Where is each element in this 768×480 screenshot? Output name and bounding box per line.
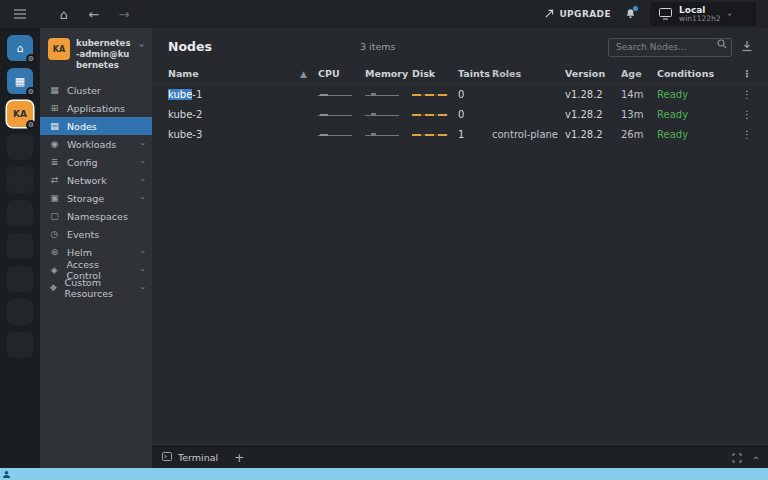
memory-sparkline <box>365 111 403 118</box>
column-version[interactable]: Version <box>565 68 621 79</box>
workloads-icon: ◉ <box>49 140 60 149</box>
table-menu-icon[interactable]: ⋮ <box>740 68 752 79</box>
sidebar: KA kubernetes-admin@kubernetes › ▦ Clust… <box>40 28 152 468</box>
account-avatar: KA <box>48 38 70 60</box>
sidebar-item-label: Storage <box>67 193 104 204</box>
rail-slot <box>7 299 33 325</box>
rail-slot <box>7 332 33 358</box>
column-roles[interactable]: Roles <box>492 68 565 79</box>
taints-cell: 1 <box>458 129 492 140</box>
column-taints[interactable]: Taints <box>458 68 492 79</box>
version-cell: v1.28.2 <box>565 129 621 140</box>
cpu-cell <box>318 129 365 140</box>
terminal-tab-label: Terminal <box>178 452 218 463</box>
download-icon[interactable] <box>742 41 752 52</box>
column-cpu[interactable]: CPU <box>318 68 365 79</box>
sidebar-item-namespaces[interactable]: ▢ Namespaces <box>40 207 152 225</box>
node-name: kube-1 <box>168 89 300 100</box>
applications-icon: ⊞ <box>49 104 60 113</box>
row-menu-icon[interactable]: ⋮ <box>740 129 752 140</box>
version-cell: v1.28.2 <box>565 109 621 120</box>
memory-cell <box>365 89 412 100</box>
chevron-down-icon[interactable]: › <box>725 12 734 16</box>
cpu-sparkline <box>318 111 356 118</box>
column-conditions[interactable]: Conditions <box>657 68 717 79</box>
sidebar-item-label: Applications <box>67 103 125 114</box>
chevron-down-icon: › <box>137 179 145 182</box>
table-row[interactable]: kube-3 1 control-plane v1.28.2 26m Ready… <box>152 124 768 144</box>
sidebar-item-applications[interactable]: ⊞ Applications <box>40 99 152 117</box>
taints-cell: 0 <box>458 89 492 100</box>
rail-slot <box>7 200 33 226</box>
cpu-sparkline <box>318 91 356 98</box>
chevron-down-icon: › <box>137 269 145 272</box>
chevron-down-icon: › <box>137 161 145 164</box>
cpu-cell <box>318 89 365 100</box>
rail-home-button[interactable]: ⌂ ⚙ <box>7 35 33 61</box>
sidebar-item-nodes[interactable]: ▤ Nodes <box>40 117 152 135</box>
table-row[interactable]: kube-1 0 v1.28.2 14m Ready ⋮ <box>152 84 768 104</box>
column-disk[interactable]: Disk <box>412 68 458 79</box>
node-name: kube-3 <box>168 129 300 140</box>
fullscreen-icon[interactable] <box>732 453 742 463</box>
warning-column-icon[interactable]: ▲ <box>300 69 318 79</box>
conditions-cell: Ready <box>657 129 717 140</box>
chevron-down-icon[interactable]: › <box>138 44 147 48</box>
row-menu-icon[interactable]: ⋮ <box>740 109 752 120</box>
search-icon[interactable] <box>717 39 727 49</box>
cluster-selector[interactable]: Local win1122h2 › <box>650 2 756 26</box>
terminal-dock: Terminal + › <box>152 446 768 468</box>
header-right <box>608 35 752 57</box>
back-icon[interactable]: ← <box>86 8 102 21</box>
cpu-sparkline <box>318 131 356 138</box>
column-name[interactable]: Name <box>168 68 300 79</box>
items-count: 3 items <box>360 41 395 52</box>
sidebar-item-network[interactable]: ⇄ Network › <box>40 171 152 189</box>
notifications-bell-icon[interactable] <box>625 8 636 20</box>
menu-icon[interactable] <box>12 8 28 21</box>
sidebar-item-label: Custom Resources <box>65 277 133 299</box>
settings-gear-icon[interactable]: ⚙ <box>26 120 36 130</box>
rail-cluster-avatar[interactable]: KA ⚙ <box>7 101 33 127</box>
content-header: Nodes 3 items <box>152 28 768 64</box>
new-terminal-button[interactable]: + <box>234 452 244 464</box>
upgrade-button[interactable]: UPGRADE <box>545 9 611 20</box>
terminal-dock-controls: › <box>732 453 758 463</box>
sidebar-item-label: Network <box>67 175 107 186</box>
sidebar-item-custom-resources[interactable]: ❖ Custom Resources › <box>40 279 152 297</box>
sidebar-item-label: Config <box>67 157 97 168</box>
sidebar-item-config[interactable]: ≣ Config › <box>40 153 152 171</box>
home-icon[interactable]: ⌂ <box>56 8 72 21</box>
sidebar-item-label: Nodes <box>67 121 97 132</box>
row-menu-icon[interactable]: ⋮ <box>740 89 752 100</box>
search-input[interactable] <box>608 38 732 57</box>
memory-cell <box>365 129 412 140</box>
disk-sparkline <box>412 91 450 98</box>
roles-cell: control-plane <box>492 129 565 140</box>
disk-sparkline <box>412 131 450 138</box>
rail-slot <box>7 233 33 259</box>
table-row[interactable]: kube-2 0 v1.28.2 13m Ready ⋮ <box>152 104 768 124</box>
column-memory[interactable]: Memory <box>365 68 412 79</box>
topbar: ⌂ ← → UPGRADE Local win1122h2 <box>0 0 768 28</box>
forward-icon[interactable]: → <box>116 8 132 21</box>
upgrade-label: UPGRADE <box>559 9 611 19</box>
user-icon[interactable] <box>2 470 11 479</box>
table-header: Name ▲ CPU Memory Disk Taints Roles Vers… <box>152 64 768 84</box>
sidebar-item-storage[interactable]: ▣ Storage › <box>40 189 152 207</box>
cluster-id: win1122h2 <box>679 15 721 24</box>
chevron-up-icon[interactable]: › <box>751 456 761 460</box>
terminal-tab[interactable]: Terminal <box>162 452 218 463</box>
sidebar-item-cluster[interactable]: ▦ Cluster <box>40 81 152 99</box>
access-control-icon: ◈ <box>49 266 59 275</box>
sidebar-item-workloads[interactable]: ◉ Workloads › <box>40 135 152 153</box>
column-age[interactable]: Age <box>621 68 657 79</box>
avatar-initials: KA <box>13 109 27 119</box>
sidebar-item-label: Workloads <box>67 139 116 150</box>
account-selector[interactable]: KA kubernetes-admin@kubernetes › <box>40 35 152 81</box>
rail-catalog-button[interactable]: ▦ ⚙ <box>7 68 33 94</box>
settings-gear-icon[interactable]: ⚙ <box>26 54 36 64</box>
settings-gear-icon[interactable]: ⚙ <box>26 87 36 97</box>
sidebar-item-events[interactable]: ◷ Events <box>40 225 152 243</box>
chevron-down-icon: › <box>137 251 145 254</box>
